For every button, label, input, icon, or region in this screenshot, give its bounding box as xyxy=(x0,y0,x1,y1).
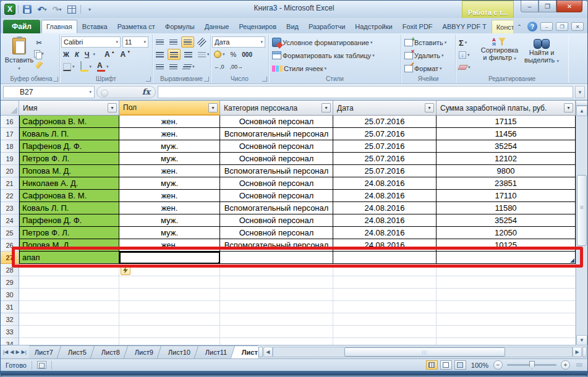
cell-date[interactable]: 25.07.2016 xyxy=(333,128,437,140)
hscroll-right-arrow[interactable]: ▶ xyxy=(573,347,582,357)
cell-sum[interactable]: 11580 xyxy=(437,202,576,214)
formula-input[interactable] xyxy=(158,86,573,98)
cell-category[interactable]: Основной персонал xyxy=(220,140,333,153)
borders-button[interactable]: ▾ xyxy=(61,61,77,72)
clear-button[interactable]: ▾ xyxy=(457,62,478,73)
selected-cell-B27[interactable] xyxy=(119,252,220,264)
row-header-32[interactable]: 32 xyxy=(1,313,19,326)
empty-cell[interactable] xyxy=(119,276,220,289)
increase-decimal-button[interactable]: ←,0 xyxy=(212,61,226,72)
cell-sum[interactable]: 10125 xyxy=(437,239,576,252)
tab-Разработчи[interactable]: Разработчи xyxy=(304,20,350,33)
zoom-in-button[interactable]: + xyxy=(561,360,570,370)
scroll-up-arrow[interactable]: ▲ xyxy=(576,106,587,116)
cell-name[interactable]: Петров Ф. Л. xyxy=(19,153,119,165)
empty-cell[interactable] xyxy=(220,313,333,326)
empty-cell[interactable] xyxy=(119,313,220,326)
format-cells-button[interactable]: Формат▾ xyxy=(403,63,444,74)
split-handle[interactable] xyxy=(576,101,587,106)
select-all-corner[interactable] xyxy=(1,101,19,116)
currency-format-button[interactable]: ▾ xyxy=(212,49,227,60)
empty-cell[interactable] xyxy=(19,301,119,313)
cell-name[interactable]: Парфенов Д. Ф. xyxy=(19,140,119,153)
cell-sex[interactable]: муж. xyxy=(119,177,220,190)
cell-sum[interactable]: 17115 xyxy=(437,116,576,128)
empty-cell[interactable] xyxy=(437,313,576,326)
cell-category[interactable]: Вспомогательный персонал xyxy=(220,165,333,177)
empty-cell[interactable] xyxy=(333,301,437,313)
cell-date[interactable]: 24.08.2016 xyxy=(333,239,437,252)
empty-cell[interactable] xyxy=(119,289,220,301)
cell-date[interactable]: 25.07.2016 xyxy=(333,116,437,128)
cell-sex[interactable]: муж. xyxy=(119,214,220,227)
tab-Foxit PDF[interactable]: Foxit PDF xyxy=(398,20,438,33)
insert-function-button[interactable]: fx xyxy=(96,86,156,98)
cell-date[interactable]: 24.08.2016 xyxy=(333,177,437,190)
cell-name[interactable]: Сафронова В. М. xyxy=(19,116,119,128)
filter-button[interactable]: ▾ xyxy=(208,103,218,112)
orientation-button[interactable] xyxy=(196,36,208,48)
cut-icon[interactable]: ✂ xyxy=(34,38,44,48)
cell-name[interactable]: Николаев А. Д. xyxy=(19,177,119,190)
cell-name[interactable]: Коваль Л. П. xyxy=(19,202,119,214)
scroll-thumb[interactable] xyxy=(577,175,587,246)
row-header-26[interactable]: 26 xyxy=(1,239,19,252)
cell-D27[interactable] xyxy=(333,252,437,264)
cell-sum[interactable]: 23851 xyxy=(437,177,576,190)
font-color-button[interactable]: А▾ xyxy=(95,61,111,72)
cell-sex[interactable]: жен. xyxy=(119,239,220,252)
delete-cells-button[interactable]: Удалить▾ xyxy=(403,50,446,61)
empty-cell[interactable] xyxy=(220,276,333,289)
increase-indent-button[interactable] xyxy=(168,61,179,72)
wrap-text-button[interactable]: ▾ xyxy=(181,61,197,72)
tab-Надстройки[interactable]: Надстройки xyxy=(350,20,397,33)
align-middle-button[interactable] xyxy=(168,36,179,48)
cell-date[interactable]: 25.07.2016 xyxy=(333,140,437,153)
tab-Вид[interactable]: Вид xyxy=(281,20,304,33)
next-sheet-button[interactable]: ▶ xyxy=(15,349,19,355)
row-header-17[interactable]: 17 xyxy=(1,128,19,140)
cell-name[interactable]: Сафронова В. М. xyxy=(19,190,119,202)
last-sheet-button[interactable]: ▶| xyxy=(22,349,27,355)
empty-cell[interactable] xyxy=(119,326,220,338)
cell-date[interactable]: 24.08.2016 xyxy=(333,202,437,214)
align-top-button[interactable] xyxy=(154,36,166,48)
empty-cell[interactable] xyxy=(220,289,333,301)
cell-date[interactable]: 24.08.2016 xyxy=(333,214,437,227)
fill-color-button[interactable]: ▾ xyxy=(79,61,94,72)
find-select-button[interactable]: Найти ивыделить ▾ xyxy=(521,36,562,74)
workbook-close-button[interactable]: ✕ xyxy=(571,22,584,31)
underline-button[interactable]: Ч xyxy=(83,49,92,60)
align-center-button[interactable] xyxy=(168,49,181,60)
empty-cell[interactable] xyxy=(333,264,437,276)
bold-button[interactable]: Ж xyxy=(61,49,71,60)
cell-date[interactable]: 25.07.2016 xyxy=(333,153,437,165)
cell-category[interactable]: Основной персонал xyxy=(220,190,333,202)
cell-category[interactable]: Основной персонал xyxy=(220,153,333,165)
cell-A27[interactable]: апап xyxy=(19,252,119,264)
font-size-combo[interactable]: 11▾ xyxy=(122,36,148,48)
cell-category[interactable]: Основной персонал xyxy=(220,227,333,239)
empty-cell[interactable] xyxy=(119,301,220,313)
row-header-33[interactable]: 33 xyxy=(1,326,19,338)
conditional-formatting-button[interactable]: Условное форматирование▾ xyxy=(270,37,374,48)
empty-cell[interactable] xyxy=(119,264,220,276)
filter-button[interactable]: ▾ xyxy=(108,103,117,112)
empty-cell[interactable] xyxy=(333,276,437,289)
table-resize-handle[interactable] xyxy=(570,258,574,263)
empty-cell[interactable] xyxy=(19,276,119,289)
tab-ABBYY PDF T[interactable]: ABBYY PDF T xyxy=(438,20,492,33)
row-header-31[interactable]: 31 xyxy=(1,301,19,313)
cell-sum[interactable]: 9800 xyxy=(437,165,576,177)
empty-cell[interactable] xyxy=(437,276,576,289)
name-box[interactable]: B27▾ xyxy=(3,86,95,98)
macro-record-icon[interactable] xyxy=(37,361,46,369)
cell-sex[interactable]: жен. xyxy=(119,116,220,128)
thousands-format-button[interactable]: 000 xyxy=(240,49,254,60)
empty-cell[interactable] xyxy=(220,326,333,338)
scroll-track[interactable] xyxy=(576,116,587,335)
tab-Разметка ст[interactable]: Разметка ст xyxy=(113,20,160,33)
cell-name[interactable]: Парфенов Д. Ф. xyxy=(19,214,119,227)
column-header-Дата[interactable]: Дата▾ xyxy=(333,101,437,116)
dialog-launcher-icon[interactable] xyxy=(262,77,267,82)
